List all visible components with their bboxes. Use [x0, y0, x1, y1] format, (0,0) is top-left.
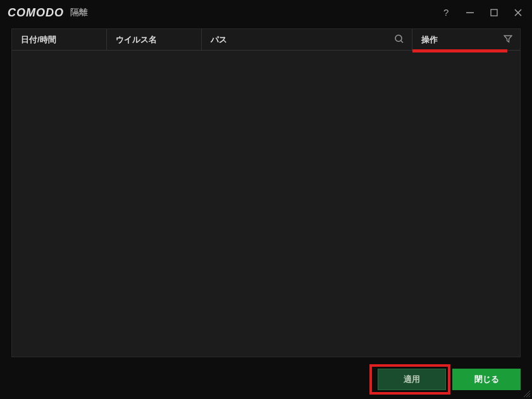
column-header-virus-name[interactable]: ウイルス名: [107, 29, 202, 50]
svg-line-6: [401, 40, 403, 42]
svg-line-9: [529, 396, 530, 397]
close-button[interactable]: 閉じる: [452, 369, 521, 390]
search-icon[interactable]: [394, 34, 404, 46]
window: COMODO 隔離 ? 日付/時間 ウイルス名: [0, 0, 532, 399]
apply-button[interactable]: 適用: [378, 369, 446, 390]
titlebar: COMODO 隔離 ?: [0, 0, 532, 25]
column-header-action[interactable]: 操作: [412, 29, 520, 50]
svg-rect-2: [491, 9, 497, 16]
column-header-datetime[interactable]: 日付/時間: [12, 29, 107, 50]
footer-buttons: 適用 閉じる: [378, 369, 521, 390]
window-controls: ?: [440, 6, 524, 19]
button-label: 閉じる: [474, 374, 499, 385]
app-logo: COMODO: [8, 6, 64, 20]
button-label: 適用: [404, 374, 420, 385]
column-label: パス: [211, 34, 227, 46]
quarantine-table: 日付/時間 ウイルス名 パス 操作: [11, 28, 521, 357]
filter-icon[interactable]: [504, 34, 512, 45]
column-label: 操作: [421, 34, 438, 46]
close-icon[interactable]: [512, 6, 524, 19]
svg-point-5: [395, 35, 402, 41]
window-title: 隔離: [70, 7, 88, 18]
svg-text:?: ?: [443, 8, 448, 18]
resize-grip-icon[interactable]: [522, 389, 531, 398]
annotation-underline: [412, 49, 507, 52]
minimize-icon[interactable]: [464, 6, 476, 19]
column-label: ウイルス名: [116, 34, 157, 46]
table-body-empty: [12, 51, 520, 357]
table-header-row: 日付/時間 ウイルス名 パス 操作: [12, 29, 520, 51]
help-icon[interactable]: ?: [440, 6, 452, 19]
maximize-icon[interactable]: [488, 6, 500, 19]
column-label: 日付/時間: [21, 34, 56, 46]
column-header-path[interactable]: パス: [202, 29, 412, 50]
